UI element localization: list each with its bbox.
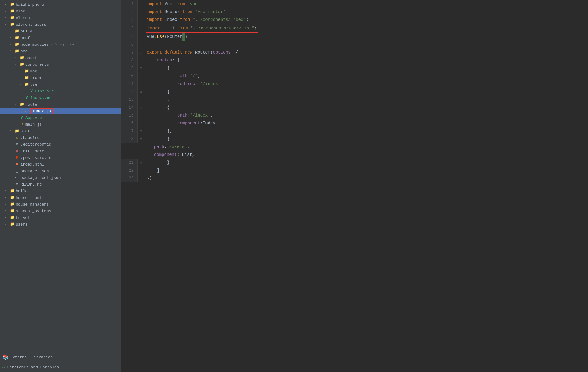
line-gutter	[138, 41, 144, 48]
line-number: 17	[121, 127, 138, 135]
line-number: 7	[121, 48, 138, 56]
tree-item-main.js[interactable]: main.js	[0, 121, 121, 128]
tree-item-package-lock.json[interactable]: package-lock.json	[0, 174, 121, 181]
folder-icon	[15, 49, 19, 54]
code-line-row: 20 component: List,	[121, 151, 588, 159]
line-code[interactable]: import Vue from 'vue'	[144, 0, 588, 8]
tree-item-node_modules[interactable]: node_moduleslibrary root	[0, 41, 121, 48]
tree-item-house_managers[interactable]: house_managers	[0, 201, 121, 208]
editorconfig-icon	[15, 142, 19, 147]
tree-item-App.vue[interactable]: App.vue	[0, 114, 121, 121]
property-token: path	[177, 111, 188, 119]
tree-item-house_front[interactable]: house_front	[0, 194, 121, 201]
tree-item-.postcssrc.js[interactable]: .postcssrc.js	[0, 154, 121, 161]
plain-token: }	[147, 88, 170, 96]
line-code[interactable]	[144, 41, 588, 48]
tree-item-hello[interactable]: hello	[0, 188, 121, 194]
plain-token: ,	[147, 96, 170, 104]
line-code[interactable]: },	[144, 127, 588, 135]
tree-item-static[interactable]: static	[0, 128, 121, 134]
tree-item-student_systems[interactable]: student_systems	[0, 208, 121, 214]
tree-item-.gitignore[interactable]: .gitignore	[0, 148, 121, 154]
code-line-row: 23})	[121, 174, 588, 182]
folder-icon	[10, 189, 15, 193]
tree-item-src[interactable]: src	[0, 48, 121, 54]
arrow-closed	[5, 209, 9, 213]
line-code[interactable]: {	[144, 135, 588, 143]
code-container: 1import Vue from 'vue'2import Router fro…	[121, 0, 588, 372]
tree-item-README.md[interactable]: README.md	[0, 181, 121, 188]
line-code[interactable]: path:'/',	[144, 72, 588, 80]
line-code[interactable]: import List from "../components/user/Lis…	[144, 24, 588, 33]
tree-item-baizhi_phone[interactable]: baizhi_phone	[0, 1, 121, 8]
external-libraries-icon: 📚	[2, 354, 8, 360]
plain-token: :	[187, 72, 190, 80]
property-token: redirect	[177, 80, 198, 88]
md-icon	[15, 182, 19, 187]
line-code[interactable]: redirect:'/index'	[144, 80, 588, 88]
line-number: 1	[121, 0, 138, 8]
fold-marker: ⊙	[140, 161, 142, 165]
tree-item-.babelrc[interactable]: .babelrc	[0, 134, 121, 141]
tree-item-element[interactable]: element	[0, 15, 121, 21]
tree-item-blog[interactable]: blog	[0, 8, 121, 15]
line-number: 9	[121, 64, 138, 72]
tree-item-msg[interactable]: msg	[0, 68, 121, 74]
line-code[interactable]: }	[144, 88, 588, 96]
line-code[interactable]: })	[144, 174, 588, 182]
tree-item-Index.vue[interactable]: Index.vue	[0, 94, 121, 101]
tree-item-package.json[interactable]: package.json	[0, 168, 121, 174]
line-code[interactable]: path:'/users',	[121, 143, 588, 151]
line-code[interactable]: ]	[144, 166, 588, 174]
line-code[interactable]: Vue.use(Router )	[144, 33, 588, 41]
line-code[interactable]: path:'/index',	[144, 111, 588, 119]
tree-item-router[interactable]: router	[0, 101, 121, 108]
line-number: 12	[121, 88, 138, 96]
line-code[interactable]: ,	[144, 96, 588, 104]
tree-item-index.html[interactable]: index.html	[0, 161, 121, 168]
keyword-token: import	[147, 0, 162, 8]
folder-icon	[15, 29, 19, 34]
tree-item-users[interactable]: users	[0, 221, 121, 228]
arrow-closed	[5, 196, 9, 200]
folder-icon	[24, 69, 29, 74]
json-icon	[15, 169, 19, 173]
folder-icon	[19, 55, 24, 60]
tree-item-build[interactable]: build	[0, 28, 121, 35]
plain-token: Router	[162, 8, 182, 16]
plain-token: ;	[254, 26, 257, 31]
line-code[interactable]: import Index from "../components/Index";	[144, 16, 588, 24]
line-code[interactable]: routes: [	[144, 56, 588, 64]
code-line-row: 15 path:'/index',	[121, 111, 588, 119]
line-gutter	[138, 96, 144, 104]
line-code[interactable]: {	[144, 64, 588, 72]
tree-item-element_users[interactable]: element_users	[0, 21, 121, 28]
external-libraries-label[interactable]: External Libraries	[10, 355, 53, 360]
arrow-closed	[5, 16, 9, 20]
tree-item-user[interactable]: user	[0, 81, 121, 88]
tree-item-config[interactable]: config	[0, 35, 121, 41]
line-code[interactable]: }	[144, 159, 588, 166]
line-code[interactable]: component: List,	[121, 151, 588, 159]
tree-item-List.vue[interactable]: List.vue	[0, 88, 121, 94]
line-code[interactable]: export default new Router(options: {	[144, 48, 588, 56]
folder-icon	[10, 202, 15, 207]
tree-item-travel[interactable]: travel	[0, 214, 121, 221]
keyword-token: from	[178, 26, 188, 31]
plain-token	[123, 143, 154, 151]
line-code[interactable]: import Router from 'vue-router'	[144, 8, 588, 16]
string-token: 'vue-router'	[195, 8, 226, 16]
tree-item-order[interactable]: order	[0, 74, 121, 81]
item-label: element	[16, 16, 32, 20]
arrow-closed	[10, 42, 14, 47]
vue-icon	[24, 95, 29, 100]
item-label: src	[21, 49, 28, 54]
line-code[interactable]: component:Index	[144, 119, 588, 127]
scratches-label[interactable]: Scratches and Consoles	[7, 365, 59, 370]
tree-item-assets[interactable]: assets	[0, 54, 121, 61]
line-code[interactable]: {	[144, 104, 588, 111]
item-label: main.js	[25, 122, 42, 127]
tree-item-.editorconfig[interactable]: .editorconfig	[0, 141, 121, 148]
tree-item-index.js[interactable]: index.js	[0, 108, 121, 114]
tree-item-components[interactable]: components	[0, 61, 121, 68]
